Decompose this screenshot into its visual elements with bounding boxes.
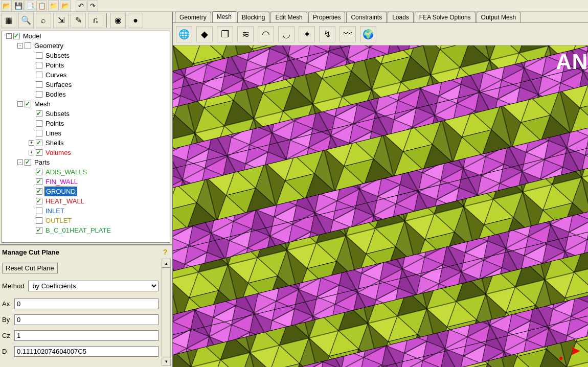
- tree-expander-icon[interactable]: +: [29, 150, 34, 155]
- tree-node-label[interactable]: Points: [44, 119, 65, 128]
- tree-row[interactable]: INLET: [2, 206, 170, 216]
- tree-row[interactable]: Points: [2, 119, 170, 128]
- method-select[interactable]: by Coefficients: [28, 281, 159, 291]
- tree-checkbox[interactable]: [36, 208, 42, 214]
- tree-expander-icon[interactable]: -: [17, 159, 23, 165]
- tree-checkbox[interactable]: [25, 101, 31, 107]
- tree-node-label[interactable]: Mesh: [33, 100, 52, 108]
- tree-checkbox[interactable]: [36, 217, 42, 224]
- tree-node-label[interactable]: Geometry: [33, 41, 64, 50]
- tree-node-label[interactable]: ADIS_WALLS: [44, 168, 88, 176]
- tree-checkbox[interactable]: [36, 169, 42, 175]
- tree-checkbox[interactable]: [25, 42, 31, 49]
- tree-row[interactable]: ADIS_WALLS: [2, 167, 170, 177]
- tree-checkbox[interactable]: [36, 227, 42, 234]
- tab-mesh[interactable]: Mesh: [212, 11, 236, 22]
- tree-checkbox[interactable]: [36, 178, 42, 185]
- tab-geometry[interactable]: Geometry: [175, 12, 211, 22]
- tree-row[interactable]: +Volumes: [2, 148, 170, 157]
- help-icon[interactable]: ?: [161, 247, 170, 257]
- undo-icon[interactable]: ↶: [76, 1, 86, 11]
- tree-row[interactable]: GROUND: [2, 187, 170, 196]
- tab-fea-solve-options[interactable]: FEA Solve Options: [415, 12, 476, 22]
- tree-row[interactable]: B_C_01HEAT_PLATE: [2, 225, 170, 235]
- tree-node-label[interactable]: Subsets: [44, 109, 71, 118]
- model-tree-scroll[interactable]: -Model-GeometrySubsetsPointsCurvesSurfac…: [2, 31, 170, 242]
- file-folder2-icon[interactable]: 📂: [60, 1, 71, 11]
- file-export-icon[interactable]: 📋: [36, 1, 47, 11]
- tab-output-mesh[interactable]: Output Mesh: [477, 12, 521, 22]
- tree-row[interactable]: -Geometry: [2, 41, 170, 51]
- tree-expander-icon[interactable]: +: [29, 140, 34, 146]
- tree-expander-icon[interactable]: -: [17, 43, 23, 49]
- tree-node-label[interactable]: Points: [44, 61, 65, 70]
- tree-row[interactable]: Subsets: [2, 109, 170, 119]
- sphere-shaded-icon[interactable]: ◉: [110, 13, 126, 28]
- tree-checkbox[interactable]: [36, 149, 42, 156]
- tree-checkbox[interactable]: [36, 110, 42, 117]
- mesh-tool-3-icon[interactable]: ≋: [237, 26, 254, 42]
- tree-checkbox[interactable]: [36, 62, 42, 68]
- file-open-icon[interactable]: 📂: [1, 1, 12, 11]
- mesh-tool-9-icon[interactable]: 🌍: [360, 26, 376, 42]
- tree-checkbox[interactable]: [36, 81, 42, 88]
- file-save-icon[interactable]: 💾: [13, 1, 24, 11]
- tree-node-label[interactable]: FIN_WALL: [44, 177, 79, 186]
- mesh-tool-5-icon[interactable]: ◡: [278, 26, 295, 42]
- tree-checkbox[interactable]: [36, 140, 42, 146]
- tree-row[interactable]: -Mesh: [2, 99, 170, 109]
- tree-node-label[interactable]: Lines: [44, 129, 62, 137]
- tree-row[interactable]: -Model: [2, 31, 170, 41]
- tree-node-label[interactable]: Model: [22, 32, 42, 40]
- tree-node-label[interactable]: Surfaces: [44, 80, 73, 89]
- tree-node-label[interactable]: HEAT_WALL: [44, 197, 85, 205]
- by-input[interactable]: [14, 314, 159, 325]
- tree-row[interactable]: Lines: [2, 128, 170, 138]
- tree-row[interactable]: Points: [2, 60, 170, 70]
- tree-node-label[interactable]: Bodies: [44, 90, 67, 99]
- tree-checkbox[interactable]: [36, 120, 42, 127]
- tab-edit-mesh[interactable]: Edit Mesh: [270, 12, 307, 22]
- zoom-area-icon[interactable]: ⌕: [36, 13, 51, 28]
- tree-row[interactable]: HEAT_WALL: [2, 196, 170, 206]
- tree-row[interactable]: OUTLET: [2, 216, 170, 225]
- mesh-tool-2-icon[interactable]: ❐: [217, 26, 233, 42]
- reset-cut-plane-button[interactable]: Reset Cut Plane: [2, 263, 58, 273]
- refresh-view-icon[interactable]: ⎌: [88, 13, 103, 28]
- tree-checkbox[interactable]: [36, 130, 42, 136]
- tree-node-label[interactable]: GROUND: [44, 187, 77, 196]
- mesh-tool-1-icon[interactable]: ◆: [196, 26, 213, 42]
- file-folder-icon[interactable]: 📁: [48, 1, 59, 11]
- mesh-tool-4-icon[interactable]: ◠: [258, 26, 274, 42]
- tab-blocking[interactable]: Blocking: [237, 12, 269, 22]
- mesh-tool-8-icon[interactable]: 〰: [340, 26, 356, 42]
- zoom-icon[interactable]: 🔍: [18, 13, 34, 28]
- tree-node-label[interactable]: Shells: [44, 139, 64, 147]
- mesh-tool-6-icon[interactable]: ✦: [299, 26, 315, 42]
- tree-checkbox[interactable]: [36, 198, 42, 204]
- tree-row[interactable]: Curves: [2, 70, 170, 80]
- cz-input[interactable]: [14, 330, 159, 341]
- file-saveall-icon[interactable]: 📑: [25, 1, 35, 11]
- tab-loads[interactable]: Loads: [388, 12, 414, 22]
- tab-properties[interactable]: Properties: [308, 12, 346, 22]
- tree-node-label[interactable]: Volumes: [44, 148, 72, 157]
- tree-row[interactable]: -Parts: [2, 157, 170, 167]
- mesh-tool-7-icon[interactable]: ↯: [319, 26, 335, 42]
- tree-node-label[interactable]: Subsets: [44, 51, 71, 60]
- tree-row[interactable]: Subsets: [2, 51, 170, 60]
- tree-node-label[interactable]: B_C_01HEAT_PLATE: [44, 226, 112, 235]
- tree-row[interactable]: FIN_WALL: [2, 177, 170, 187]
- redo-icon[interactable]: ↷: [87, 1, 98, 11]
- tree-node-label[interactable]: Parts: [33, 158, 51, 167]
- tree-checkbox[interactable]: [36, 188, 42, 195]
- d-input[interactable]: [14, 346, 159, 357]
- sphere-solid-icon[interactable]: ●: [128, 13, 143, 28]
- tree-node-label[interactable]: INLET: [44, 207, 65, 215]
- measure-icon[interactable]: ⇲: [53, 13, 69, 28]
- mesh-viewport[interactable]: AN ➤: [173, 45, 588, 367]
- tree-checkbox[interactable]: [13, 33, 20, 39]
- edit-view-icon[interactable]: ✎: [71, 13, 86, 28]
- fit-view-icon[interactable]: ▦: [1, 13, 16, 28]
- tree-row[interactable]: +Shells: [2, 138, 170, 148]
